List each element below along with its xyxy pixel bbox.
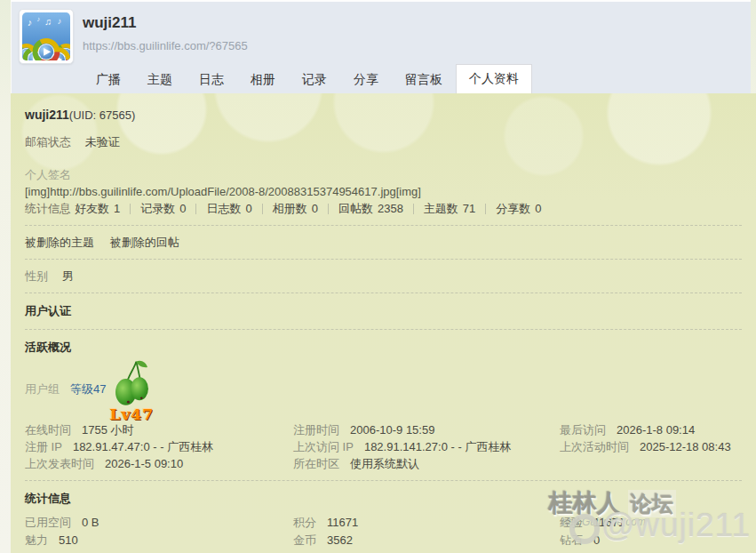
svg-text:♫: ♫ (44, 16, 52, 27)
divider (130, 204, 131, 214)
profile-content: wuji211(UID: 67565) 邮箱状态 未验证 个人签名 [img]h… (11, 93, 756, 553)
level-badge-text: Lv47 (109, 407, 154, 421)
profile-page: ♪ ♪ ♫ ♪ wuji211 https://bbs.guilinlife.c… (0, 0, 756, 553)
svg-text:♪: ♪ (58, 16, 62, 26)
field-timezone: 所在时区使用系统默认 (293, 455, 560, 472)
inline-stats-row: 统计信息 好友数1 记录数0 日志数0 相册数0 回帖数2358 主题数71 分… (25, 200, 742, 217)
field-last-post-time: 上次发表时间2026-1-5 09:10 (25, 455, 293, 472)
field-charm: 魅力510 (25, 532, 293, 549)
active-info-grid: 在线时间1755 小时 注册 IP182.91.47.47:0 - - 广西桂林… (25, 421, 742, 472)
divider (328, 204, 329, 214)
olives-level-icon (112, 359, 151, 407)
tab-shares[interactable]: 分享 (340, 66, 392, 93)
field-register-time: 注册时间2006-10-9 15:59 (293, 421, 560, 438)
field-last-visit: 最后访问2026-1-8 09:14 (560, 421, 742, 438)
active-info-col1: 在线时间1755 小时 注册 IP182.91.47.47:0 - - 广西桂林… (25, 421, 293, 472)
profile-title-name: wuji211 (25, 108, 69, 122)
email-status-value: 未验证 (85, 135, 120, 148)
gender-value: 男 (62, 269, 74, 283)
profile-header: ♪ ♪ ♫ ♪ wuji211 https://bbs.guilinlife.c… (11, 0, 751, 93)
stat-albums-link[interactable]: 相册数0 (273, 200, 318, 217)
stats-col1: 已用空间0 B 魅力510 (25, 514, 293, 549)
field-last-activity: 上次活动时间2025-12-18 08:43 (560, 438, 742, 455)
divider (25, 480, 742, 481)
field-experience: 经验11671 (560, 514, 742, 532)
tab-albums[interactable]: 相册 (237, 66, 289, 93)
svg-text:♪: ♪ (36, 15, 40, 23)
divider (195, 204, 196, 214)
stats-col3: 经验11671 钻石0 (560, 514, 742, 549)
tab-threads[interactable]: 主题 (134, 66, 186, 93)
deleted-threads-link[interactable]: 被删除的主题 (25, 236, 94, 249)
divider (262, 204, 263, 214)
tab-broadcast[interactable]: 广播 (83, 66, 134, 93)
svg-text:♪: ♪ (28, 17, 32, 28)
tab-records[interactable]: 记录 (289, 66, 340, 93)
profile-url: https://bbs.guilinlife.com/?67565 (83, 39, 248, 52)
divider (413, 204, 414, 214)
field-register-ip: 注册 IP182.91.47.47:0 - - 广西桂林 (25, 438, 293, 455)
usergroup-badge: Lv47 (109, 359, 154, 421)
stat-records-link[interactable]: 记录数0 (140, 200, 186, 217)
active-info-col3: 最后访问2026-1-8 09:14 上次活动时间2025-12-18 08:4… (560, 421, 742, 472)
user-avatar: ♪ ♪ ♫ ♪ (19, 9, 74, 64)
profile-title: wuji211(UID: 67565) (25, 106, 742, 124)
divider (25, 293, 742, 293)
header-username: wuji211 (83, 14, 136, 32)
inline-stats-label: 统计信息 (25, 200, 71, 217)
signature-label: 个人签名 (25, 166, 742, 183)
gender-row: 性别 男 (25, 268, 742, 285)
field-gold: 金币3562 (293, 532, 560, 549)
stat-friends-link[interactable]: 好友数1 (75, 200, 120, 217)
divider (25, 259, 742, 260)
field-online-time: 在线时间1755 小时 (25, 421, 293, 438)
tab-blog[interactable]: 日志 (186, 66, 237, 93)
profile-tabs: 广播 主题 日志 相册 记录 分享 留言板 个人资料 (83, 64, 532, 93)
deleted-replies-link[interactable]: 被删除的回帖 (110, 236, 179, 249)
usergroup-row: 用户组 等级47 (25, 357, 742, 421)
email-status-label: 邮箱状态 (25, 135, 71, 148)
field-diamond: 钻石0 (560, 532, 742, 549)
deleted-links-row: 被删除的主题 被删除的回帖 (25, 234, 742, 251)
stats-grid: 已用空间0 B 魅力510 积分11671 金币3562 经验11671 钻石0 (25, 514, 742, 549)
tab-profile[interactable]: 个人资料 (456, 64, 532, 93)
divider (485, 204, 486, 214)
field-used-space: 已用空间0 B (25, 514, 293, 532)
stats-col2: 积分11671 金币3562 (293, 514, 560, 549)
stat-replies-link[interactable]: 回帖数2358 (338, 200, 403, 217)
profile-title-uid: (UID: 67565) (69, 108, 135, 122)
stat-blogs-link[interactable]: 日志数0 (206, 200, 251, 217)
usergroup-label: 用户组 (25, 381, 60, 397)
divider (25, 329, 742, 330)
active-section-title: 活跃概况 (25, 338, 742, 357)
gender-label: 性别 (25, 269, 48, 283)
tab-wall[interactable]: 留言板 (392, 66, 456, 93)
signature-value: [img]http://bbs.guilinlife.com/UploadFil… (25, 183, 742, 200)
stat-shares-link[interactable]: 分享数0 (496, 200, 541, 217)
stat-threads-link[interactable]: 主题数71 (424, 200, 475, 217)
stats-section-title: 统计信息 (25, 489, 742, 509)
field-last-visit-ip: 上次访问 IP182.91.141.27:0 - - 广西桂林 (293, 438, 560, 455)
field-points: 积分11671 (293, 514, 560, 532)
usergroup-link[interactable]: 等级47 (70, 381, 106, 397)
divider (25, 225, 742, 226)
email-status-row: 邮箱状态 未验证 (25, 133, 742, 150)
active-info-col2: 注册时间2006-10-9 15:59 上次访问 IP182.91.141.27… (293, 421, 560, 472)
music-player-avatar-icon: ♪ ♪ ♫ ♪ (22, 12, 70, 60)
auth-section-title: 用户认证 (25, 301, 742, 321)
